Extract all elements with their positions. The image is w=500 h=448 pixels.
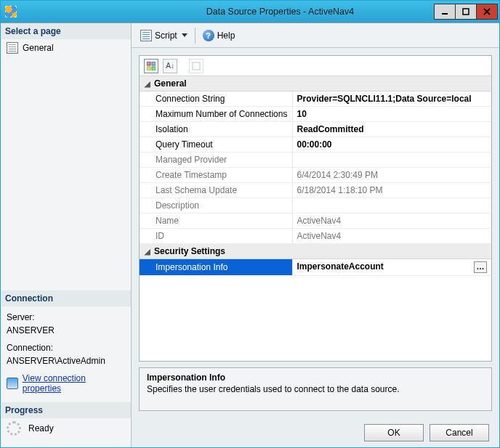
cancel-button[interactable]: Cancel xyxy=(430,424,489,441)
row-id[interactable]: IDActiveNav4 xyxy=(140,229,491,244)
dialog-window: Data Source Properties - ActiveNav4 Sele… xyxy=(0,0,500,448)
property-pages-button xyxy=(189,59,203,73)
conn-value: ANSERVER\ActiveAdmin xyxy=(7,354,125,367)
row-last-schema-update[interactable]: Last Schema Update6/18/2014 1:18:10 PM xyxy=(140,183,491,198)
alphabetical-button[interactable]: A↓ xyxy=(163,59,177,73)
description-text: Specifies the user credentials used to c… xyxy=(147,384,484,394)
category-general[interactable]: ◢General xyxy=(140,76,491,91)
main-panel: Script ? Help A↓ xyxy=(132,23,499,447)
svg-rect-1 xyxy=(463,9,469,15)
close-button[interactable] xyxy=(476,4,498,20)
progress-heading: Progress xyxy=(1,402,131,418)
help-button[interactable]: ? Help xyxy=(201,28,237,43)
view-conn-props-text: View connection properties xyxy=(23,373,125,394)
server-label: Server: xyxy=(7,311,125,324)
chevron-down-icon xyxy=(182,33,188,37)
script-label: Script xyxy=(155,30,177,41)
expander-icon: ◢ xyxy=(144,80,151,88)
minimize-button[interactable] xyxy=(434,4,456,20)
ellipsis-button[interactable]: … xyxy=(474,261,487,273)
row-description[interactable]: Description xyxy=(140,198,491,213)
svg-rect-8 xyxy=(193,62,200,70)
category-security[interactable]: ◢Security Settings xyxy=(140,244,491,259)
window-title: Data Source Properties - ActiveNav4 xyxy=(97,7,355,17)
help-label: Help xyxy=(217,30,235,41)
toolbar: Script ? Help xyxy=(132,23,499,48)
page-icon xyxy=(7,42,18,54)
property-grid: A↓ ◢General Connection StringProvider=SQ… xyxy=(139,55,492,362)
svg-rect-4 xyxy=(147,62,150,65)
impersonation-value: ImpersonateAccount xyxy=(297,261,384,272)
connection-block: Server: ANSERVER Connection: ANSERVER\Ac… xyxy=(1,306,131,372)
row-name[interactable]: NameActiveNav4 xyxy=(140,213,491,229)
progress-status: Ready xyxy=(1,418,131,439)
connection-heading: Connection xyxy=(1,290,131,306)
help-icon: ? xyxy=(203,30,214,41)
view-conn-props-link[interactable]: View connection properties xyxy=(1,372,131,395)
ok-button[interactable]: OK xyxy=(364,424,424,441)
categorized-button[interactable] xyxy=(144,59,158,73)
property-grid-toolbar: A↓ xyxy=(140,56,491,76)
svg-rect-5 xyxy=(152,62,156,65)
description-pane: Impersonation Info Specifies the user cr… xyxy=(139,367,492,411)
server-value: ANSERVER xyxy=(7,324,125,337)
script-button[interactable]: Script xyxy=(139,28,189,43)
row-query-timeout[interactable]: Query Timeout00:00:00 xyxy=(140,137,491,152)
progress-text: Ready xyxy=(28,423,54,433)
row-isolation[interactable]: IsolationReadCommitted xyxy=(140,122,491,137)
row-create-timestamp[interactable]: Create Timestamp6/4/2014 2:30:49 PM xyxy=(140,168,491,183)
row-managed-provider[interactable]: Managed Provider xyxy=(140,152,491,168)
app-icon xyxy=(5,6,17,17)
progress-spinner-icon xyxy=(7,421,21,436)
toolbar-separator xyxy=(195,28,195,44)
select-page-heading: Select a page xyxy=(1,23,131,39)
maximize-button[interactable] xyxy=(455,4,477,20)
row-max-connections[interactable]: Maximum Number of Connections10 xyxy=(140,107,491,122)
script-icon xyxy=(140,30,152,41)
svg-rect-6 xyxy=(147,67,150,70)
conn-label: Connection: xyxy=(7,341,125,354)
titlebar[interactable]: Data Source Properties - ActiveNav4 xyxy=(1,1,499,23)
dialog-footer: OK Cancel xyxy=(132,418,499,447)
connection-icon xyxy=(7,378,18,389)
row-connection-string[interactable]: Connection StringProvider=SQLNCLI11.1;Da… xyxy=(140,91,491,107)
page-general[interactable]: General xyxy=(1,39,131,57)
svg-rect-7 xyxy=(152,67,156,70)
sidebar: Select a page General Connection Server:… xyxy=(1,23,132,447)
description-title: Impersonation Info xyxy=(147,372,484,383)
row-impersonation-info[interactable]: Impersonation Info ImpersonateAccount… xyxy=(140,259,491,276)
page-label: General xyxy=(23,43,54,53)
expander-icon: ◢ xyxy=(144,248,151,256)
property-grid-rows[interactable]: ◢General Connection StringProvider=SQLNC… xyxy=(140,76,491,361)
